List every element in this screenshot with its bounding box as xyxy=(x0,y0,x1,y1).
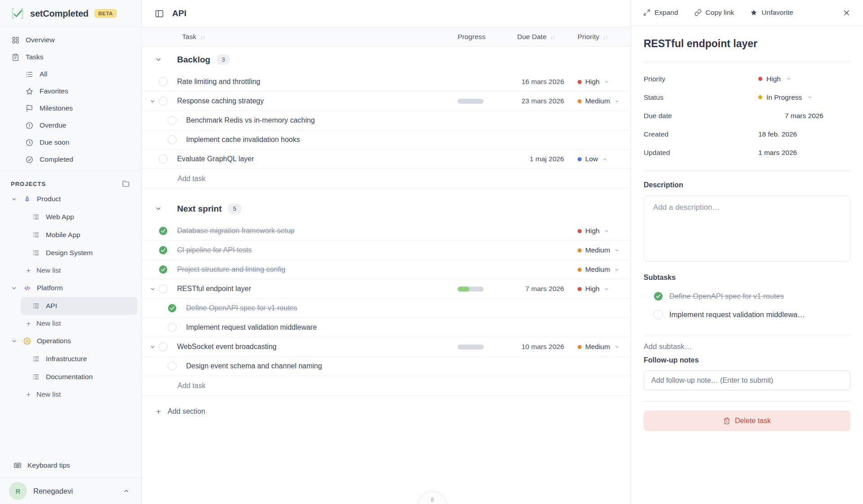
detail-field-status: StatusIn Progress xyxy=(644,88,850,106)
task-row[interactable]: Design event schema and channel naming xyxy=(142,357,631,376)
project-list-mobile-app[interactable]: Mobile App xyxy=(21,226,138,244)
column-due-date[interactable]: Due Date ↓↑ xyxy=(494,33,564,41)
task-row-left: Response caching strategy xyxy=(142,97,452,106)
task-row[interactable]: Implement request validation middleware xyxy=(142,318,631,337)
task-checkbox[interactable] xyxy=(168,362,177,371)
sidebar-filter-favorites[interactable]: Favorites xyxy=(0,83,141,100)
sidebar-filter-all[interactable]: All xyxy=(0,66,141,83)
priority-dropdown[interactable]: Medium xyxy=(564,97,631,105)
priority-dropdown[interactable]: Medium xyxy=(564,246,631,254)
add-section-button[interactable]: Add section xyxy=(142,396,631,416)
detail-subtask-row[interactable]: Define OpenAPI spec for v1 routes xyxy=(631,287,863,305)
task-row[interactable]: CI pipeline for API testsMedium xyxy=(142,241,631,260)
project-list-api[interactable]: API xyxy=(21,297,138,315)
task-row[interactable]: Database migration framework setupHigh xyxy=(142,221,631,241)
new-list-button[interactable]: New list xyxy=(0,315,141,332)
chevron-down-icon xyxy=(604,229,609,234)
task-checkbox[interactable] xyxy=(168,135,177,144)
task-row-left: Implement cache invalidation hooks xyxy=(142,135,452,144)
task-row[interactable]: Benchmark Redis vs in-memory caching xyxy=(142,111,631,130)
task-row[interactable]: WebSocket event broadcasting10 mars 2026… xyxy=(142,337,631,357)
subtask-checkbox-done[interactable] xyxy=(654,292,663,301)
sidebar-filter-completed[interactable]: Completed xyxy=(0,151,141,168)
task-row[interactable]: Evaluate GraphQL layer1 maj 2026Low xyxy=(142,150,631,169)
project-list-label: Documentation xyxy=(46,373,93,381)
task-checkbox[interactable] xyxy=(168,116,177,125)
chevron-down-icon[interactable] xyxy=(150,286,156,292)
follow-up-note-input[interactable] xyxy=(644,371,850,390)
new-list-button[interactable]: New list xyxy=(0,386,141,403)
project-list-design-system[interactable]: Design System xyxy=(21,244,138,262)
sidebar-toggle-icon[interactable] xyxy=(155,9,164,18)
floating-action-button[interactable] xyxy=(418,491,447,504)
unfavorite-label: Unfavorite xyxy=(761,9,793,17)
task-row[interactable]: RESTful endpoint layer7 mars 2026High xyxy=(142,279,631,299)
priority-dropdown[interactable]: Medium xyxy=(564,265,631,274)
description-input[interactable] xyxy=(644,195,850,262)
add-task-button[interactable]: Add task xyxy=(142,169,631,189)
project-list-documentation[interactable]: Documentation xyxy=(21,368,138,386)
task-checkbox-done[interactable] xyxy=(168,304,177,313)
task-row[interactable]: Project structure and linting configMedi… xyxy=(142,260,631,279)
close-icon[interactable] xyxy=(842,9,851,17)
chevron-down-icon[interactable] xyxy=(150,344,156,350)
new-list-button[interactable]: New list xyxy=(0,262,141,279)
task-row[interactable]: Implement cache invalidation hooks xyxy=(142,130,631,150)
chevron-down-icon[interactable] xyxy=(150,98,156,104)
column-priority[interactable]: Priority ↓↑ xyxy=(564,33,631,41)
sidebar-filter-overdue[interactable]: Overdue xyxy=(0,117,141,134)
sidebar-filter-label: Overdue xyxy=(40,121,66,129)
add-task-button[interactable]: Add task xyxy=(142,376,631,396)
unfavorite-button[interactable]: Unfavorite xyxy=(750,9,793,17)
delete-task-button[interactable]: Delete task xyxy=(644,411,850,431)
priority-dropdown[interactable]: High xyxy=(564,227,631,235)
keyboard-tips-button[interactable]: Keyboard tips xyxy=(0,456,141,475)
task-row[interactable]: Rate limiting and throttling16 mars 2026… xyxy=(142,72,631,92)
task-checkbox[interactable] xyxy=(159,77,168,86)
task-checkbox[interactable] xyxy=(159,97,168,106)
task-checkbox[interactable] xyxy=(159,155,168,164)
field-value[interactable]: In Progress xyxy=(758,93,850,102)
sidebar-filter-due-soon[interactable]: Due soon xyxy=(0,134,141,151)
sidebar-filter-milestones[interactable]: Milestones xyxy=(0,100,141,117)
priority-dropdown[interactable]: Medium xyxy=(564,343,631,351)
task-row[interactable]: Response caching strategy23 mars 2026Med… xyxy=(142,92,631,111)
chevron-down-icon[interactable] xyxy=(155,205,162,212)
task-checkbox-done[interactable] xyxy=(159,265,168,274)
add-subtask-input[interactable] xyxy=(631,335,863,353)
sidebar-item-overview[interactable]: Overview xyxy=(0,31,141,49)
sort-icon: ↓↑ xyxy=(603,34,608,40)
task-checkbox-done[interactable] xyxy=(159,226,168,235)
task-checkbox[interactable] xyxy=(159,342,168,351)
code-icon xyxy=(23,284,31,292)
project-list-infrastructure[interactable]: Infrastructure xyxy=(21,350,138,368)
task-checkbox[interactable] xyxy=(159,284,168,293)
new-project-folder-icon[interactable] xyxy=(122,180,129,187)
field-value[interactable]: 7 mars 2026 xyxy=(758,112,850,120)
priority-dropdown[interactable]: Low xyxy=(564,155,631,163)
user-name: Renegadevi xyxy=(33,487,117,495)
task-row[interactable]: Define OpenAPI spec for v1 routes xyxy=(142,299,631,318)
project-group-platform[interactable]: Platform xyxy=(0,279,141,297)
priority-dot xyxy=(578,268,582,272)
task-checkbox[interactable] xyxy=(168,323,177,332)
sidebar-item-tasks[interactable]: Tasks xyxy=(0,49,141,66)
project-list-web-app[interactable]: Web App xyxy=(21,208,138,226)
chevron-down-icon[interactable] xyxy=(155,56,162,63)
field-value[interactable]: High xyxy=(758,75,850,83)
trash-icon xyxy=(723,417,730,424)
user-menu[interactable]: R Renegadevi xyxy=(0,478,141,504)
subtask-checkbox[interactable] xyxy=(654,310,663,319)
chevron-down-icon xyxy=(614,345,619,349)
detail-subtask-row[interactable]: Implement request validation middlewa… xyxy=(631,305,863,324)
column-task[interactable]: Task ↓↑ xyxy=(142,33,452,41)
project-group-product[interactable]: Product xyxy=(0,190,141,208)
expand-button[interactable]: Expand xyxy=(643,9,678,17)
plus-icon xyxy=(155,408,162,415)
copy-link-button[interactable]: Copy link xyxy=(694,9,734,17)
project-group-operations[interactable]: Operations xyxy=(0,332,141,350)
section-name: Backlog xyxy=(177,55,210,65)
priority-dropdown[interactable]: High xyxy=(564,78,631,86)
priority-dropdown[interactable]: High xyxy=(564,285,631,293)
task-checkbox-done[interactable] xyxy=(159,246,168,255)
